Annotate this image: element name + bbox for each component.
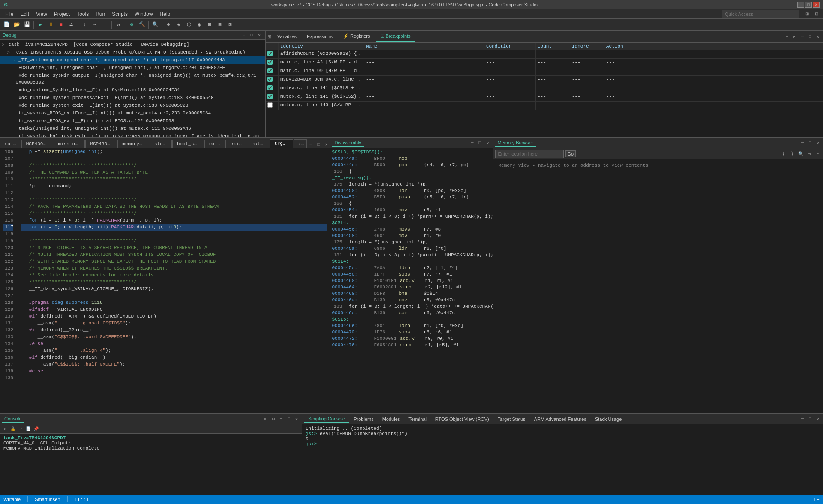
debug-item-frame-3[interactable]: → xdc_runtime_SysMin_flush__E() at SysMi…: [0, 86, 265, 94]
mem-btn-3[interactable]: 🔍: [797, 150, 804, 157]
debug-item-frame-6[interactable]: → ti_sysbios_BIOS_exitFunc__I(int)() at …: [0, 109, 265, 117]
memory-minimize-icon[interactable]: ─: [799, 140, 806, 147]
tab-rtos-rov[interactable]: RTOS Object View (ROV): [431, 416, 493, 423]
bp-row[interactable]: main.c, line 43 [S/W BP - disabl --- ---…: [266, 59, 823, 67]
console-scroll-lock-btn[interactable]: 🔒: [9, 426, 16, 432]
tab-exit-c-1[interactable]: exit.c ✕: [204, 140, 225, 148]
console-ctrl-2[interactable]: ⊡: [270, 416, 277, 423]
tab-target-status[interactable]: Target Status: [493, 416, 530, 423]
tab-arm-advanced[interactable]: ARM Advanced Features: [530, 416, 591, 423]
console-close-icon[interactable]: ✕: [293, 416, 300, 423]
registers-tab[interactable]: ⚡ Registers: [339, 32, 375, 42]
script-maximize-icon[interactable]: □: [807, 416, 814, 423]
tab-trgmsg-c[interactable]: trgmsg.c ✕: [270, 139, 293, 148]
menu-run[interactable]: Run: [92, 10, 108, 18]
mem-btn-2[interactable]: ⟩: [789, 150, 796, 157]
code-editor[interactable]: 106 107 108 109 110 111 112 113 114 115 …: [0, 148, 330, 413]
step-return-btn[interactable]: ↑: [100, 20, 110, 30]
debug-item-frame-5[interactable]: → xdc_runtime_System_exit__E(int)() at S…: [0, 102, 265, 109]
open-btn[interactable]: 📂: [12, 20, 21, 30]
debug-item-frame-9[interactable]: → ti_sysbios_knl_Task_exit__E() at Task.…: [0, 132, 265, 137]
bp-maximize-icon[interactable]: □: [807, 33, 814, 40]
debug-maximize-icon[interactable]: □: [248, 32, 255, 39]
debug-resume-btn[interactable]: ▶: [36, 20, 45, 30]
debug-terminate-btn[interactable]: ■: [56, 20, 66, 30]
close-button[interactable]: ✕: [813, 2, 820, 8]
build-btn[interactable]: ⚙: [127, 20, 136, 30]
console-word-wrap-btn[interactable]: ↩: [17, 426, 24, 432]
memory-location-input[interactable]: Enter location here: [495, 150, 564, 158]
console-maximize-icon[interactable]: □: [285, 416, 292, 423]
tab-scripting-console[interactable]: Scripting Console: [304, 415, 349, 423]
debug-close-icon[interactable]: ✕: [256, 32, 263, 39]
tab-main-c[interactable]: main.c ✕: [0, 140, 21, 148]
tab-msp2[interactable]: MSP430F4793... ✕: [85, 140, 117, 148]
tb-extra-4[interactable]: ◉: [195, 20, 204, 30]
layout-btn-2[interactable]: ⊡: [812, 9, 821, 19]
script-minimize-icon[interactable]: ─: [799, 416, 806, 423]
bp-row[interactable]: &finishCount (0x20003a18) {H --- --- ---…: [266, 50, 823, 59]
tab-stdio-h[interactable]: stdio.h ✕: [150, 140, 172, 148]
layout-btn-1[interactable]: ⊞: [802, 9, 812, 19]
memory-go-button[interactable]: Go: [565, 150, 576, 157]
mem-btn-4[interactable]: ⊞: [806, 150, 813, 157]
tb-extra-7[interactable]: ⊠: [225, 20, 235, 30]
tab-stack-usage[interactable]: Stack Usage: [591, 416, 626, 423]
debug-item-frame-7[interactable]: → ti_sysbios_BIOS_exit__E(int)() at BIOS…: [0, 117, 265, 125]
bp-close-icon[interactable]: ✕: [814, 33, 821, 40]
tab-exit-c-2[interactable]: exit.c ✕: [225, 140, 246, 148]
memory-close-icon[interactable]: ✕: [814, 140, 821, 147]
tab-missing-rts[interactable]: missing_rts... ✕: [54, 140, 85, 148]
maximize-button[interactable]: □: [805, 2, 812, 8]
console-ctrl-1[interactable]: ⊞: [262, 416, 269, 423]
bp-row[interactable]: main.c, line 99 [H/W BP - disabl --- ---…: [266, 67, 823, 76]
bp-row[interactable]: mutex.c, line 141 {$C$L8 + 0}c --- --- -…: [266, 84, 823, 93]
bp-row[interactable]: mutex.c, line 143 [S/W BP - dis --- --- …: [266, 102, 823, 110]
menu-edit[interactable]: Edit: [17, 10, 33, 18]
disasm-close-icon[interactable]: ✕: [484, 140, 491, 147]
tab-msp1[interactable]: MSP430F4793... ✕: [21, 140, 53, 148]
memory-maximize-icon[interactable]: □: [807, 140, 814, 147]
bp-ctrl-2[interactable]: ⊡: [791, 33, 798, 40]
search-btn[interactable]: 🔍: [150, 20, 160, 30]
console-clear-btn[interactable]: ⊘: [2, 426, 9, 432]
menu-tools[interactable]: Tools: [73, 10, 92, 18]
tab-overflow[interactable]: ☆23: [294, 139, 307, 148]
tab-mutex-c[interactable]: mutex.c ✕: [247, 140, 269, 148]
minimize-button[interactable]: ─: [797, 2, 804, 8]
tab-modules[interactable]: Modules: [378, 416, 405, 423]
debug-item-frame-2[interactable]: → xdc_runtime_SysMin_output__I(unsigned …: [0, 72, 265, 86]
tb-extra-5[interactable]: ⊞: [205, 20, 214, 30]
bp-row[interactable]: mutex.c, line 141 {$C$RL52} [ --- --- --…: [266, 93, 823, 102]
mem-btn-1[interactable]: ⟨: [780, 150, 787, 157]
script-close-icon[interactable]: ✕: [814, 416, 821, 423]
tb-extra-2[interactable]: ◈: [174, 20, 183, 30]
editor-close-icon[interactable]: ✕: [323, 141, 330, 148]
bp-ctrl-1[interactable]: ⊞: [784, 33, 790, 40]
debug-item-frame-1[interactable]: → HOSTwrite(int, unsigned char *, unsign…: [0, 64, 265, 72]
quick-access-input[interactable]: [722, 10, 799, 18]
menu-window[interactable]: Window: [131, 10, 156, 18]
step-over-btn[interactable]: ↷: [90, 20, 99, 30]
debug-suspend-btn[interactable]: ⏸: [46, 20, 55, 30]
tb-extra-6[interactable]: ⊟: [215, 20, 225, 30]
debug-item-probe[interactable]: ▷ Texas Instruments XDS110 USB Debug Pro…: [0, 48, 265, 56]
tb-extra-1[interactable]: ⊕: [164, 20, 173, 30]
menu-view[interactable]: View: [33, 10, 51, 18]
breakpoints-tab[interactable]: ⊡ Breakpoints: [376, 32, 415, 42]
menu-scripts[interactable]: Scripts: [108, 10, 131, 18]
menu-help[interactable]: Help: [156, 10, 174, 18]
console-minimize-icon[interactable]: ─: [278, 416, 285, 423]
debug-item-frame-0[interactable]: → _TI_writemsg(unsigned char *, unsigned…: [0, 56, 265, 64]
step-into-btn[interactable]: ↓: [80, 20, 89, 30]
rebuild-btn[interactable]: 🔨: [137, 20, 147, 30]
disasm-maximize-icon[interactable]: □: [477, 140, 484, 147]
debug-disconnect-btn[interactable]: ⏏: [66, 20, 76, 30]
menu-project[interactable]: Project: [51, 10, 73, 18]
editor-maximize-icon[interactable]: □: [315, 141, 322, 148]
tab-memory-usag[interactable]: memory_usag... ✕: [117, 140, 149, 148]
debug-minimize-icon[interactable]: ─: [240, 32, 247, 39]
expressions-tab[interactable]: Expressions: [303, 32, 337, 42]
console-new-page-btn[interactable]: 📄: [25, 426, 32, 432]
bp-minimize-icon[interactable]: ─: [799, 33, 806, 40]
